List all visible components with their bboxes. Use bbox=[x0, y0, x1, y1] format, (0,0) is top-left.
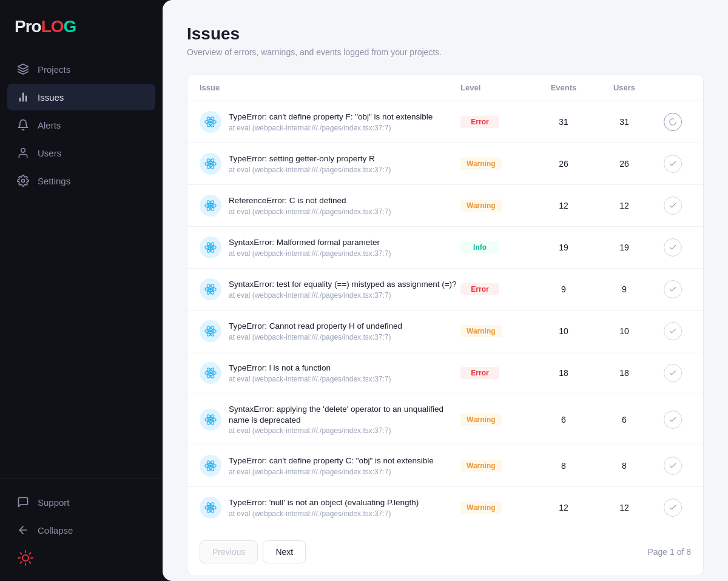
sidebar-item-alerts[interactable]: Alerts bbox=[7, 112, 155, 138]
issue-title: TypeError: Cannot read property H of und… bbox=[229, 321, 402, 332]
bar-chart-icon bbox=[17, 91, 29, 103]
resolve-button[interactable] bbox=[664, 280, 682, 298]
users-cell: 6 bbox=[594, 415, 655, 425]
main-content: Issues Overview of errors, warnings, and… bbox=[163, 0, 728, 581]
react-icon bbox=[200, 278, 221, 300]
resolve-button[interactable] bbox=[664, 155, 682, 173]
issue-title: TypeError: can't define property C: "obj… bbox=[229, 455, 434, 466]
resolve-button[interactable] bbox=[664, 322, 682, 340]
svg-point-4 bbox=[21, 149, 25, 153]
table-row: ReferenceError: C is not defined at eval… bbox=[187, 185, 703, 227]
sidebar-item-support[interactable]: Support bbox=[7, 489, 155, 516]
svg-point-5 bbox=[22, 180, 25, 183]
table-row: TypeError: can't define property C: "obj… bbox=[187, 445, 703, 487]
issue-cell: TypeError: Cannot read property H of und… bbox=[200, 320, 460, 342]
chat-icon bbox=[17, 496, 29, 508]
page-title: Issues bbox=[187, 24, 704, 44]
issue-location: at eval (webpack-internal:///./pages/ind… bbox=[229, 166, 391, 174]
level-badge: Warning bbox=[460, 460, 502, 472]
level-cell: Info bbox=[460, 241, 533, 254]
events-cell: 26 bbox=[533, 159, 594, 169]
next-button[interactable]: Next bbox=[263, 540, 306, 563]
issue-info: TypeError: can't define property C: "obj… bbox=[229, 455, 434, 476]
issue-cell: SyntaxError: applying the 'delete' opera… bbox=[200, 404, 460, 435]
sidebar-item-projects[interactable]: Projects bbox=[7, 56, 155, 82]
users-cell: 9 bbox=[594, 284, 655, 294]
resolve-button[interactable] bbox=[664, 499, 682, 517]
sidebar-item-settings[interactable]: Settings bbox=[7, 167, 155, 194]
events-cell: 19 bbox=[533, 243, 594, 252]
react-atom-icon bbox=[204, 413, 217, 426]
table-row: TypeError: Cannot read property H of und… bbox=[187, 311, 703, 352]
sidebar-item-issues[interactable]: Issues bbox=[7, 84, 155, 110]
react-atom-icon bbox=[204, 241, 217, 254]
events-cell: 10 bbox=[533, 326, 594, 336]
table-body: TypeError: can't define property F: "obj… bbox=[187, 101, 703, 528]
level-cell: Error bbox=[460, 283, 533, 295]
sidebar-item-projects-label: Projects bbox=[38, 64, 70, 75]
svg-point-7 bbox=[22, 555, 29, 561]
sidebar-bottom: Support Collapse bbox=[0, 479, 163, 581]
level-badge: Warning bbox=[460, 325, 502, 337]
sidebar-item-support-label: Support bbox=[38, 497, 70, 508]
arrow-left-icon bbox=[17, 524, 29, 536]
level-badge: Error bbox=[460, 116, 499, 128]
svg-point-12 bbox=[209, 163, 212, 166]
events-cell: 12 bbox=[533, 201, 594, 210]
issue-location: at eval (webpack-internal:///./pages/ind… bbox=[229, 249, 391, 258]
resolve-button[interactable] bbox=[664, 238, 682, 257]
issue-title: SyntaxError: applying the 'delete' opera… bbox=[229, 404, 460, 425]
nav-section: Projects Issues Alerts bbox=[0, 56, 163, 479]
svg-point-32 bbox=[209, 372, 212, 375]
settings-icon bbox=[17, 175, 29, 187]
previous-button[interactable]: Previous bbox=[200, 540, 258, 563]
issue-title: ReferenceError: C is not defined bbox=[229, 195, 391, 206]
issue-title: TypeError: setting getter-only property … bbox=[229, 153, 391, 164]
level-cell: Warning bbox=[460, 200, 533, 212]
events-cell: 6 bbox=[533, 415, 594, 425]
react-atom-icon bbox=[204, 199, 217, 212]
react-atom-icon bbox=[204, 283, 217, 296]
table-row: TypeError: l is not a function at eval (… bbox=[187, 352, 703, 394]
svg-marker-0 bbox=[18, 64, 29, 69]
level-cell: Warning bbox=[460, 325, 533, 337]
issue-info: TypeError: setting getter-only property … bbox=[229, 153, 391, 174]
action-cell bbox=[655, 411, 691, 429]
issue-title: TypeError: 'null' is not an object (eval… bbox=[229, 497, 419, 508]
resolve-button[interactable] bbox=[664, 113, 682, 131]
issue-cell: TypeError: 'null' is not an object (eval… bbox=[200, 497, 460, 519]
sidebar-item-users[interactable]: Users bbox=[7, 139, 155, 166]
react-atom-icon bbox=[204, 459, 217, 472]
table-row: TypeError: 'null' is not an object (eval… bbox=[187, 487, 703, 528]
react-icon bbox=[200, 111, 221, 133]
layers-icon bbox=[17, 63, 29, 75]
sidebar-item-collapse-label: Collapse bbox=[38, 525, 73, 536]
svg-point-36 bbox=[209, 418, 212, 421]
users-cell: 8 bbox=[594, 461, 655, 471]
resolve-button[interactable] bbox=[664, 364, 682, 382]
events-cell: 12 bbox=[533, 503, 594, 512]
level-badge: Warning bbox=[460, 502, 502, 514]
svg-point-24 bbox=[209, 288, 212, 291]
logo-o-text: O bbox=[51, 17, 64, 36]
resolve-button[interactable] bbox=[664, 457, 682, 475]
issue-location: at eval (webpack-internal:///./pages/ind… bbox=[229, 333, 402, 341]
logo-l-text: L bbox=[41, 17, 51, 36]
issue-info: TypeError: 'null' is not an object (eval… bbox=[229, 497, 419, 518]
react-atom-icon bbox=[204, 366, 217, 380]
action-cell bbox=[655, 364, 691, 382]
sidebar: ProLOG Projects Issues bbox=[0, 0, 163, 581]
gear-spin-icon bbox=[17, 549, 34, 566]
logo-area: ProLOG bbox=[0, 0, 163, 56]
svg-point-28 bbox=[209, 330, 212, 333]
issue-info: TypeError: can't define property F: "obj… bbox=[229, 112, 433, 132]
issue-title: TypeError: can't define property F: "obj… bbox=[229, 112, 433, 123]
bell-icon bbox=[17, 119, 29, 131]
resolve-button[interactable] bbox=[664, 411, 682, 429]
pagination-buttons: Previous Next bbox=[200, 540, 306, 563]
resolve-button[interactable] bbox=[664, 196, 682, 215]
issue-location: at eval (webpack-internal:///./pages/ind… bbox=[229, 468, 434, 476]
sidebar-item-collapse[interactable]: Collapse bbox=[7, 517, 155, 543]
issue-location: at eval (webpack-internal:///./pages/ind… bbox=[229, 426, 460, 435]
issue-info: TypeError: Cannot read property H of und… bbox=[229, 321, 402, 341]
